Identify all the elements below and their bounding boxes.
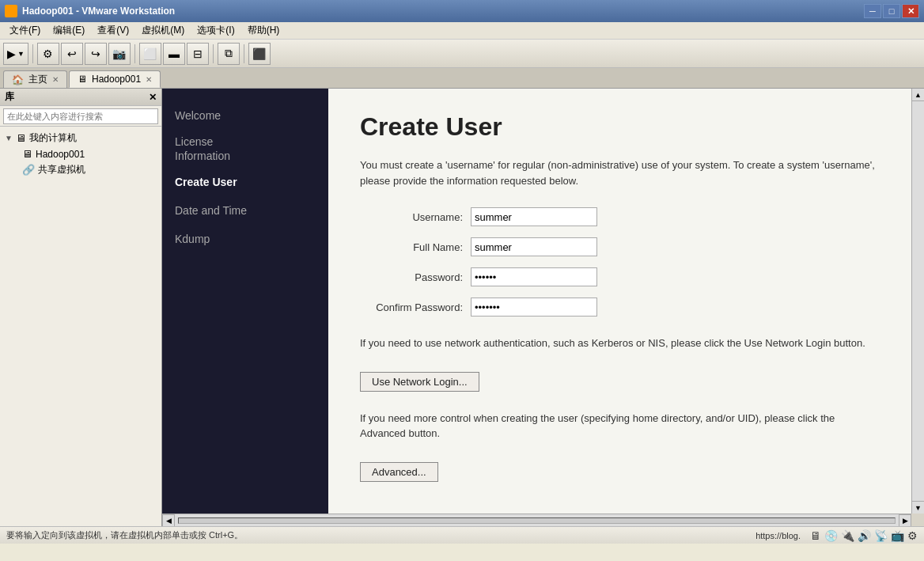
redo-button[interactable]: ↪ <box>85 43 107 65</box>
redo-icon: ↪ <box>91 47 100 60</box>
separator-3 <box>213 44 214 63</box>
expand-icon: ▼ <box>5 134 16 142</box>
clone-button[interactable]: ⧉ <box>218 43 240 65</box>
menu-file[interactable]: 文件(F) <box>3 22 47 39</box>
status-text: 要将输入定向到该虚拟机，请在虚拟机内部单击或按 Ctrl+G。 <box>6 529 243 541</box>
split1-icon: ▬ <box>169 47 180 60</box>
library-tree: ▼ 🖥 我的计算机 🖥 Hadoop001 🔗 共享虚拟机 <box>0 127 161 526</box>
tree-node-shared-vms[interactable]: 🔗 共享虚拟机 <box>0 161 161 178</box>
setup-content: Create User You must create a 'username'… <box>328 89 911 514</box>
vm-child-icon: 🖥 <box>22 148 32 160</box>
undo-button[interactable]: ↩ <box>61 43 83 65</box>
tab-vm[interactable]: 🖥 Hadoop001 ✕ <box>69 70 161 88</box>
advanced-button[interactable]: Advanced... <box>360 462 438 482</box>
main-area: 库 ✕ ▼ 🖥 我的计算机 🖥 Hadoop001 🔗 共享虚拟机 <box>0 89 924 526</box>
tree-node-my-computer[interactable]: ▼ 🖥 我的计算机 <box>0 130 161 146</box>
library-panel: 库 ✕ ▼ 🖥 我的计算机 🖥 Hadoop001 🔗 共享虚拟机 <box>0 89 162 526</box>
library-title: 库 <box>5 90 14 104</box>
maximize-button[interactable]: □ <box>883 4 900 18</box>
settings-icon: ⚙ <box>43 47 53 60</box>
tree-node-hadoop001[interactable]: 🖥 Hadoop001 <box>0 146 161 161</box>
settings-button[interactable]: ⚙ <box>37 43 59 65</box>
separator-2 <box>134 44 135 63</box>
library-search-input[interactable] <box>3 108 158 124</box>
status-url: https://blog. <box>755 531 801 540</box>
confirm-password-label: Confirm Password: <box>360 301 471 313</box>
vertical-scrollbar[interactable]: ▲ ▼ <box>911 89 924 514</box>
nav-date-time[interactable]: Date and Time <box>162 196 328 225</box>
page-title: Create User <box>360 112 880 142</box>
power-button[interactable]: ▶ ▼ <box>3 43 28 65</box>
scroll-down-button[interactable]: ▼ <box>912 501 924 514</box>
status-icon-5: 📡 <box>874 529 888 542</box>
menu-tabs[interactable]: 选项卡(I) <box>191 22 240 39</box>
power-icon: ▶ <box>7 47 16 60</box>
scroll-track-h <box>178 517 896 524</box>
content-area: Welcome LicenseInformation Create User D… <box>162 89 924 526</box>
tree-label-my-computer: 我的计算机 <box>29 131 77 145</box>
nav-create-user[interactable]: Create User <box>162 168 328 196</box>
menu-help[interactable]: 帮助(H) <box>241 22 286 39</box>
split1-button[interactable]: ▬ <box>163 43 185 65</box>
fullname-input[interactable] <box>471 237 597 256</box>
power-dropdown-icon: ▼ <box>17 50 25 58</box>
fullname-label: Full Name: <box>360 241 471 253</box>
scroll-right-button[interactable]: ▶ <box>899 514 911 527</box>
clone-icon: ⧉ <box>225 47 233 60</box>
username-input[interactable] <box>471 207 597 226</box>
password-input[interactable] <box>471 267 597 286</box>
menu-vm[interactable]: 虚拟机(M) <box>135 22 191 39</box>
stretch-button[interactable]: ⬛ <box>248 43 271 65</box>
status-icon-6: 📺 <box>891 529 904 542</box>
status-bar: 要将输入定向到该虚拟机，请在虚拟机内部单击或按 Ctrl+G。 https://… <box>0 526 924 544</box>
computer-icon: 🖥 <box>16 132 26 144</box>
tab-vm-close[interactable]: ✕ <box>146 75 152 84</box>
fullscreen-icon: ⬜ <box>143 47 157 60</box>
split2-button[interactable]: ⊟ <box>187 43 209 65</box>
vm-screen[interactable]: Welcome LicenseInformation Create User D… <box>162 89 911 514</box>
scroll-track-v <box>912 101 924 501</box>
status-icon-1: 🖥 <box>810 529 821 542</box>
tab-home-close[interactable]: ✕ <box>52 75 59 84</box>
menu-view[interactable]: 查看(V) <box>91 22 135 39</box>
statusbar-right: https://blog. 🖥 💿 🔌 🔊 📡 📺 ⚙ <box>755 529 918 542</box>
status-icon-3: 🔌 <box>841 529 854 542</box>
username-row: Username: <box>360 207 880 226</box>
minimize-button[interactable]: ─ <box>864 4 881 18</box>
separator-4 <box>244 44 244 63</box>
nav-license[interactable]: LicenseInformation <box>162 130 328 168</box>
split2-icon: ⊟ <box>193 47 203 60</box>
advanced-description: If you need more control when creating t… <box>360 411 880 442</box>
snapshot-button[interactable]: 📷 <box>108 43 131 65</box>
username-label: Username: <box>360 211 471 223</box>
window-title: Hadoop001 - VMware Workstation <box>22 6 864 17</box>
tab-vm-label: Hadoop001 <box>92 74 141 85</box>
close-button[interactable]: ✕ <box>902 4 919 18</box>
scroll-left-button[interactable]: ◀ <box>162 514 175 527</box>
tab-home-label: 主页 <box>28 73 47 86</box>
library-header: 库 ✕ <box>0 89 161 106</box>
setup-ui: Welcome LicenseInformation Create User D… <box>162 89 911 514</box>
nav-welcome[interactable]: Welcome <box>162 101 328 130</box>
tree-label-hadoop001: Hadoop001 <box>36 149 85 160</box>
scroll-up-button[interactable]: ▲ <box>912 89 924 101</box>
tab-home[interactable]: 🏠 主页 ✕ <box>3 70 67 88</box>
confirm-password-input[interactable] <box>471 298 597 317</box>
horizontal-scrollbar[interactable]: ◀ ▶ <box>162 514 911 526</box>
menu-edit[interactable]: 编辑(E) <box>47 22 91 39</box>
setup-description: You must create a 'username' for regular… <box>360 157 880 188</box>
setup-nav: Welcome LicenseInformation Create User D… <box>162 89 328 514</box>
home-icon: 🏠 <box>12 74 24 85</box>
status-icon-2: 💿 <box>824 529 838 542</box>
menu-bar: 文件(F) 编辑(E) 查看(V) 虚拟机(M) 选项卡(I) 帮助(H) <box>0 22 924 40</box>
tab-bar: 🏠 主页 ✕ 🖥 Hadoop001 ✕ <box>0 68 924 89</box>
title-bar: Hadoop001 - VMware Workstation ─ □ ✕ <box>0 0 924 22</box>
stretch-icon: ⬛ <box>252 47 266 60</box>
separator-1 <box>32 44 33 63</box>
network-login-button[interactable]: Use Network Login... <box>360 372 479 392</box>
shared-icon: 🔗 <box>22 164 35 176</box>
library-close-button[interactable]: ✕ <box>149 92 157 103</box>
nav-kdump[interactable]: Kdump <box>162 225 328 253</box>
library-search-area <box>0 106 161 127</box>
fullscreen-button[interactable]: ⬜ <box>139 43 161 65</box>
